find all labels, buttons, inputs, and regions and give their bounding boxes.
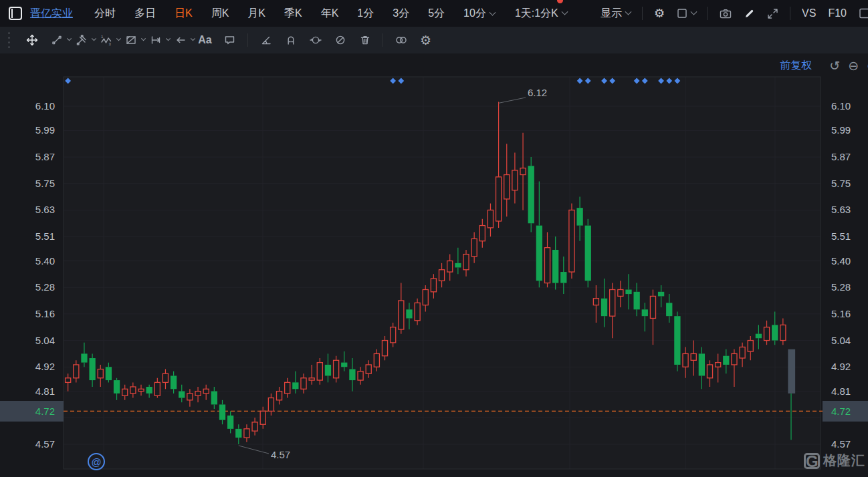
candle-body-up (382, 341, 387, 356)
app-window: 晋亿实业 分时 多日 日K 周K 月K 季K 年K 1分 3分 5分 10分 1… (0, 0, 868, 477)
candle-body-up (618, 289, 623, 296)
tick-label: 5.87 (35, 151, 55, 162)
candle-body-down (699, 353, 705, 375)
candle-body-up (334, 360, 339, 377)
candle-body-down (455, 263, 461, 268)
candle-body-up (277, 391, 282, 400)
tab-5min[interactable]: 5分 (419, 7, 454, 21)
candle-body-down (528, 166, 534, 223)
pattern-tool-icon[interactable] (118, 30, 143, 50)
tick-label: 4.57 (831, 438, 851, 450)
price-badge-right: 4.72 (823, 401, 868, 422)
tick-label: 5.63 (831, 204, 851, 215)
f10-button[interactable]: F10 (828, 7, 847, 19)
pitchfork-tool-icon[interactable] (69, 30, 94, 50)
candle-body-down (576, 208, 582, 225)
candle-body-down (146, 387, 152, 393)
candle-body-down (601, 299, 607, 316)
hide-drawings-icon[interactable] (328, 30, 352, 50)
candle-body-up (512, 170, 518, 190)
candle-body-up (569, 210, 574, 272)
candle-body-down (536, 226, 542, 281)
chart-canvas[interactable] (0, 0, 868, 477)
candle-body-down (325, 365, 331, 376)
tick-label: 5.63 (35, 204, 55, 215)
tick-label: 5.75 (831, 178, 851, 189)
toolbar-drag-handle[interactable] (8, 32, 10, 48)
candle-body-up (650, 296, 655, 318)
camera-icon[interactable] (720, 8, 732, 19)
stock-symbol-link[interactable]: 晋亿实业 (30, 7, 73, 21)
candle-body-down (666, 303, 672, 316)
candle-body-up (187, 393, 193, 400)
notification-dot (557, 0, 563, 3)
tab-3min[interactable]: 3分 (383, 7, 419, 21)
tick-label: 5.16 (35, 308, 55, 319)
delete-drawings-icon[interactable] (352, 30, 377, 50)
adjustment-link[interactable]: 前复权 (780, 59, 812, 73)
clipped-panel-icon[interactable] (859, 8, 868, 19)
chevron-down-icon (489, 9, 496, 15)
pencil-icon[interactable] (744, 8, 755, 19)
magnet-tool-icon[interactable] (278, 30, 303, 50)
candle-body-down (625, 289, 631, 294)
measure-extend-tool-icon[interactable] (143, 30, 168, 50)
angle-tool-icon[interactable] (253, 30, 278, 50)
comment-tool-icon[interactable] (217, 30, 242, 50)
candle-body-up (268, 398, 274, 412)
trendline-tool-icon[interactable] (44, 30, 69, 50)
tab-1min[interactable]: 1分 (348, 7, 383, 21)
stay-in-drawing-mode-icon[interactable] (303, 30, 328, 50)
wave-tool-icon[interactable]: 13 (94, 30, 118, 50)
candle-body-down (171, 375, 177, 389)
object-tree-circles-icon[interactable] (389, 30, 413, 50)
topbar-right-controls: 显示 ⚙ VS F10 (594, 7, 864, 21)
candle-body-up (138, 389, 144, 391)
tick-label: 5.28 (35, 281, 55, 293)
divider (790, 7, 790, 20)
zoom-out-icon[interactable]: ⊖ (848, 58, 859, 73)
tab-yearly-k[interactable]: 年K (312, 7, 348, 21)
candle-body-up (203, 389, 209, 393)
candle-body-up (544, 248, 550, 283)
toolbar-settings-icon[interactable]: ⚙ (413, 30, 438, 50)
candle-body-latest (788, 349, 795, 393)
candle-body-up (358, 371, 363, 380)
tab-multiday[interactable]: 多日 (125, 7, 165, 21)
arrow-left-tool-icon[interactable] (168, 30, 193, 50)
vs-button[interactable]: VS (802, 7, 816, 19)
candle-body-up (285, 382, 290, 393)
candle-body-up (732, 353, 737, 365)
tick-label: 5.75 (35, 178, 55, 189)
candle-body-up (520, 168, 526, 175)
at-logo-icon: @ (88, 453, 105, 470)
candle-body-down (756, 334, 762, 339)
tick-label: 4.57 (35, 438, 55, 450)
tab-quarterly-k[interactable]: 季K (275, 7, 312, 21)
candle-body-down (341, 363, 347, 367)
display-dropdown[interactable]: 显示 (601, 7, 631, 21)
divider (642, 7, 643, 20)
tab-weekly-k[interactable]: 周K (202, 7, 239, 21)
candle-body-up (504, 175, 510, 199)
interval-selector[interactable]: 1天:1分K (515, 7, 567, 21)
candle-body-up (66, 378, 71, 383)
undo-icon[interactable]: ↺ (829, 58, 840, 73)
panel-toggle-icon[interactable] (9, 7, 22, 20)
tab-monthly-k[interactable]: 月K (238, 7, 275, 21)
tab-daily-k[interactable]: 日K (165, 7, 202, 21)
fullscreen-icon[interactable] (767, 8, 778, 19)
settings-gear-icon[interactable]: ⚙ (654, 7, 665, 19)
tick-label: 5.51 (831, 230, 851, 242)
tick-label: 5.04 (831, 335, 851, 346)
svg-text:3: 3 (108, 42, 111, 46)
tab-10min[interactable]: 10分 (454, 7, 504, 21)
tick-label: 5.16 (831, 308, 851, 319)
text-tool[interactable]: Aa (193, 30, 217, 50)
period-tabs: 分时 多日 日K 周K 月K 季K 年K 1分 3分 5分 10分 (85, 7, 504, 21)
tab-minute[interactable]: 分时 (85, 7, 125, 21)
candle-body-up (683, 353, 688, 367)
move-crosshair-tool-icon[interactable] (19, 30, 44, 50)
layout-box-dropdown[interactable] (677, 8, 696, 19)
tick-label: 4.92 (35, 361, 55, 372)
